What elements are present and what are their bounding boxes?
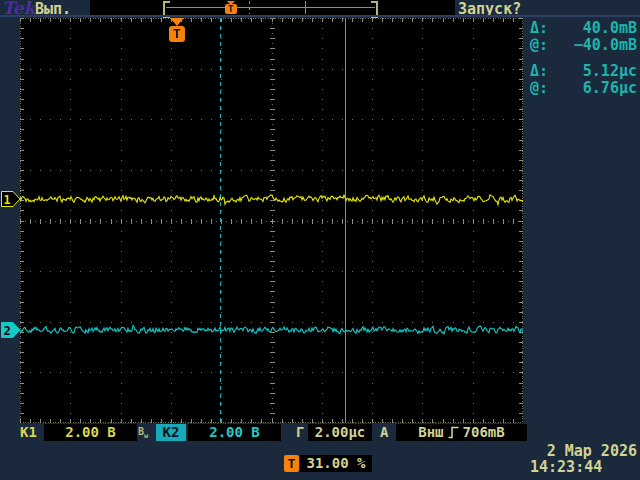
channel2-position-marker: 2 [1, 322, 21, 338]
channel1-position-marker: 1 [1, 191, 21, 207]
at-symbol: @: [530, 37, 548, 54]
svg-text:1: 1 [3, 193, 10, 207]
at-voltage-row: @: −40.0mВ [530, 37, 637, 54]
delta-time-value: 5.12µс [583, 63, 637, 80]
record-cursor1-tick [249, 1, 250, 14]
delta-voltage-value: 40.0mВ [583, 20, 637, 37]
delta-voltage-row: Δ: 40.0mВ [530, 20, 637, 37]
waveform-screen [20, 18, 523, 423]
topbar-separator [0, 15, 640, 17]
trigger-t-icon: Т [225, 4, 237, 14]
trigger-position-percent: 31.00 % [300, 455, 372, 472]
record-view-strip: Т [90, 0, 455, 15]
trigger-source: Внш [418, 424, 443, 440]
horizontal-label: Г [296, 424, 304, 441]
channel1-label: К1 [20, 424, 37, 441]
channel2-label: К2 [156, 424, 186, 441]
trigger-level-value: 706mВ [463, 424, 505, 440]
record-window: Т [163, 1, 378, 14]
channel1-scale-readout: 2.00 В [44, 424, 137, 441]
at-voltage-value: −40.0mВ [574, 37, 637, 54]
svg-text:2: 2 [3, 323, 10, 337]
time-readout: 14:23:44 [530, 458, 602, 476]
at-time-row: @: 6.76µс [530, 80, 637, 97]
trigger-position-marker: Т [168, 18, 186, 42]
delta-symbol: Δ: [530, 20, 548, 37]
delta-symbol: Δ: [530, 63, 548, 80]
trigger-triangle-icon [170, 18, 184, 26]
record-cursor2-tick [305, 1, 306, 14]
record-window-baseline [166, 7, 375, 8]
at-time-value: 6.76µс [583, 80, 637, 97]
bandwidth-limit-icon: Bw [138, 426, 148, 440]
at-symbol: @: [530, 80, 548, 97]
record-trigger-position-icon: Т [225, 1, 237, 14]
cursor-measurement-panel: Δ: 40.0mВ @: −40.0mВ Δ: 5.12µс @: 6.76µс [530, 20, 637, 97]
trigger-system-label: А [380, 424, 388, 441]
scale-readout-row: К1 2.00 В Bw К2 2.00 В Г 2.00µс А Внш706… [0, 424, 640, 442]
waveform-canvas [20, 18, 523, 423]
delta-time-row: Δ: 5.12µс [530, 63, 637, 80]
trigger-t-icon: Т [169, 26, 185, 42]
trigger-readout: Внш706mВ [396, 424, 527, 441]
rising-edge-icon [448, 426, 459, 439]
timebase-readout: 2.00µс [308, 424, 372, 441]
trigger-t-icon: Т [284, 455, 299, 472]
channel2-scale-readout: 2.00 В [188, 424, 281, 441]
